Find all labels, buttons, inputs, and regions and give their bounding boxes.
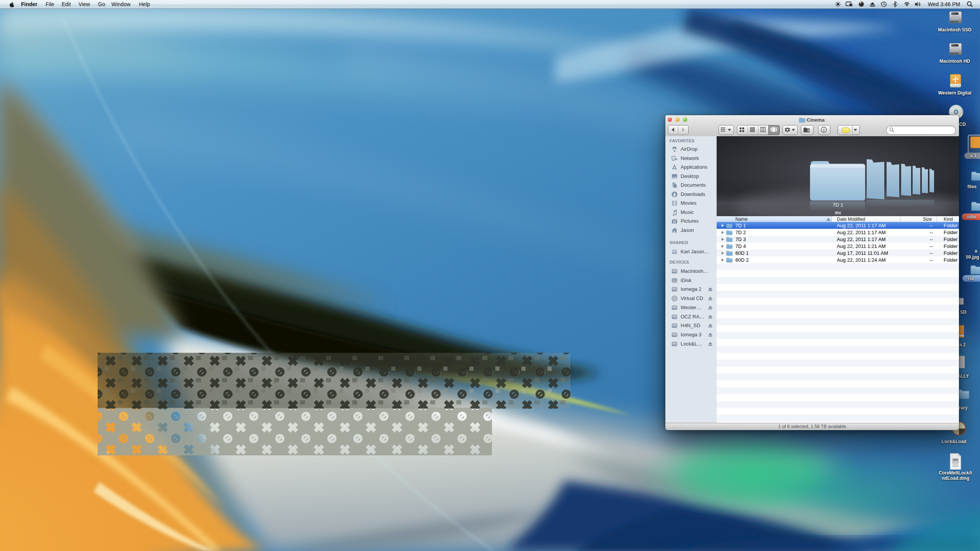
svg-text:i: i: [823, 127, 825, 132]
svg-text:7D 1: 7D 1: [833, 202, 843, 208]
